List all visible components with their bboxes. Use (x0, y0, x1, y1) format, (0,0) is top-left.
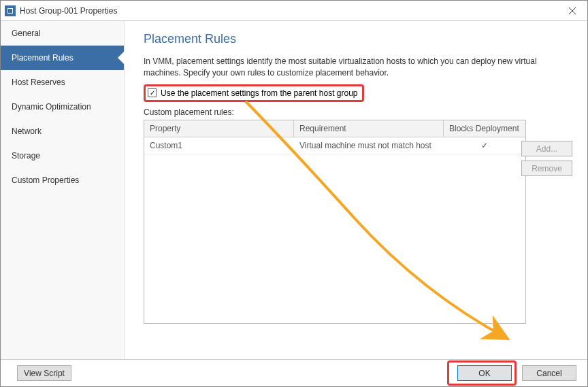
col-property[interactable]: Property (144, 120, 294, 137)
ok-button[interactable]: OK (457, 365, 512, 381)
sidebar-item-host-reserves[interactable]: Host Reserves (1, 70, 124, 95)
col-blocks[interactable]: Blocks Deployment (444, 120, 525, 137)
sidebar-item-dynamic-optimization[interactable]: Dynamic Optimization (1, 95, 124, 119)
table-header: Property Requirement Blocks Deployment (144, 120, 525, 137)
page-description: In VMM, placement settings identify the … (144, 56, 572, 79)
window-title: Host Group-001 Properties (20, 6, 557, 16)
table-row[interactable]: Custom1 Virtual machine must not match h… (144, 137, 525, 154)
add-button[interactable]: Add... (521, 141, 572, 156)
close-button[interactable] (557, 1, 587, 21)
custom-rules-label: Custom placement rules: (144, 107, 572, 117)
view-script-button[interactable]: View Script (17, 365, 71, 381)
sidebar-item-custom-properties[interactable]: Custom Properties (1, 168, 124, 192)
cancel-button[interactable]: Cancel (522, 365, 576, 381)
footer: View Script OK Cancel (1, 359, 587, 386)
page-title: Placement Rules (144, 32, 572, 46)
close-icon (569, 7, 576, 14)
cell-blocks: ✓ (444, 137, 525, 154)
cell-property: Custom1 (144, 137, 294, 154)
titlebar: Host Group-001 Properties (1, 1, 587, 21)
col-requirement[interactable]: Requirement (294, 120, 444, 137)
app-icon (5, 5, 16, 16)
content-panel: Placement Rules In VMM, placement settin… (125, 21, 587, 360)
cell-requirement: Virtual machine must not match host (294, 137, 444, 154)
sidebar-item-placement-rules[interactable]: Placement Rules (1, 46, 124, 70)
ok-highlight: OK (447, 360, 517, 386)
use-parent-settings-row[interactable]: ✓ Use the placement settings from the pa… (144, 84, 364, 102)
use-parent-settings-label: Use the placement settings from the pare… (161, 88, 358, 98)
remove-button[interactable]: Remove (521, 161, 572, 176)
sidebar-item-network[interactable]: Network (1, 119, 124, 144)
sidebar: General Placement Rules Host Reserves Dy… (1, 21, 125, 360)
rules-table: Property Requirement Blocks Deployment C… (144, 120, 526, 324)
sidebar-item-storage[interactable]: Storage (1, 144, 124, 168)
use-parent-settings-checkbox[interactable]: ✓ (148, 88, 157, 97)
sidebar-item-general[interactable]: General (1, 21, 124, 46)
